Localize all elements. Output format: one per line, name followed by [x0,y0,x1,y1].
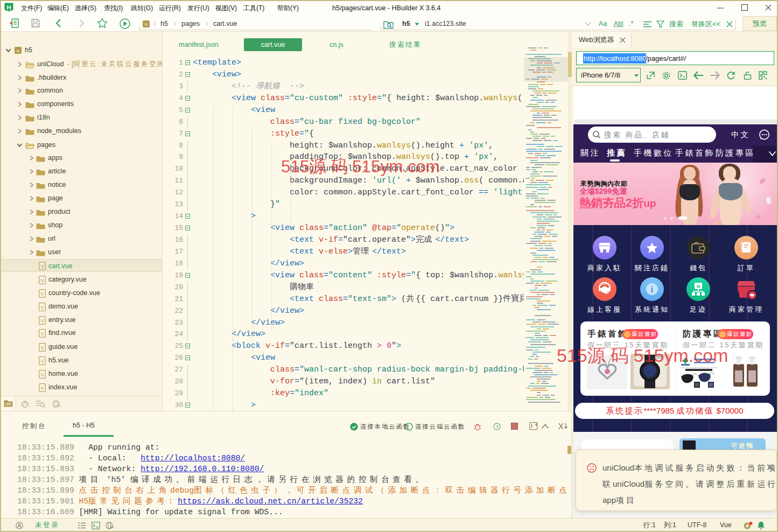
svg-text:i: i [651,285,654,294]
svg-text:N: N [697,284,700,289]
svg-text:H: H [7,4,11,11]
svg-text:V: V [40,305,44,310]
svg-text:V: V [40,291,44,297]
svg-text:u: u [145,22,148,27]
svg-text:u: u [17,48,19,53]
svg-text:V: V [40,359,44,364]
svg-text:V: V [40,264,44,269]
svg-text:V: V [40,278,44,283]
svg-text:V: V [40,386,44,391]
svg-text:V: V [40,372,44,377]
svg-text:V: V [40,345,44,351]
svg-text:V: V [40,331,44,337]
svg-text:V: V [40,318,44,324]
